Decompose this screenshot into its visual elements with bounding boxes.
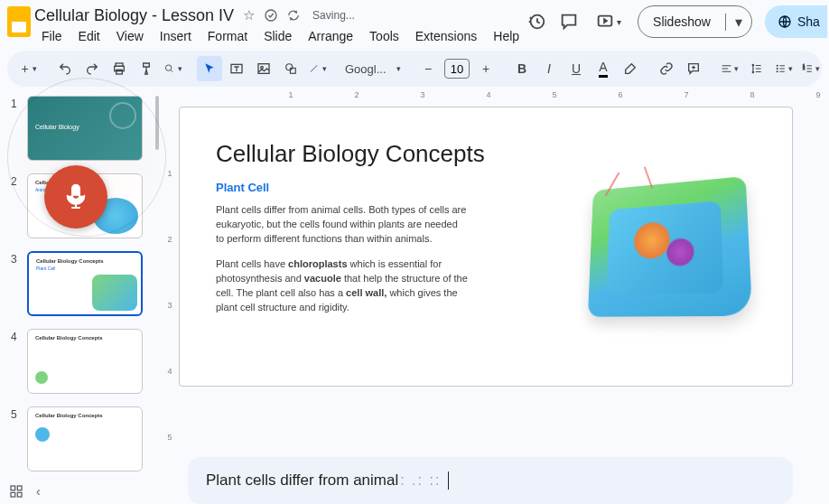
add-comment-button[interactable] (681, 56, 706, 81)
slide-thumb-1[interactable]: Cellular Biology (27, 96, 143, 161)
collapse-panel-icon[interactable]: ‹ (36, 484, 41, 499)
main-area: 1 Cellular Biology 2 Cellular Biology Co… (0, 87, 829, 504)
underline-button[interactable]: U (564, 56, 589, 81)
menu-insert[interactable]: Insert (153, 27, 199, 45)
svg-point-11 (286, 64, 293, 70)
grid-view-icon[interactable] (9, 484, 23, 499)
font-size-decrease[interactable]: − (415, 56, 441, 81)
menu-edit[interactable]: Edit (71, 27, 107, 45)
bold-button[interactable]: B (509, 56, 535, 81)
slide-paragraph-1[interactable]: Plant cells differ from animal cells. Bo… (216, 203, 469, 247)
slide-panel: 1 Cellular Biology 2 Cellular Biology Co… (0, 87, 161, 504)
save-status: Saving... (312, 9, 355, 22)
menu-file[interactable]: File (34, 27, 70, 45)
italic-button[interactable]: I (536, 56, 562, 81)
svg-rect-21 (17, 492, 22, 497)
caption-cursor (448, 471, 449, 490)
line-spacing-button[interactable] (744, 56, 769, 81)
highlight-button[interactable] (618, 56, 643, 81)
move-icon[interactable] (264, 8, 278, 23)
thumb-number: 4 (11, 329, 20, 343)
caption-text: Plant cells differ from animal (206, 471, 398, 490)
redo-button[interactable] (79, 56, 105, 81)
thumb-number: 2 (11, 173, 20, 188)
more-tools-button[interactable]: ⋮ (825, 56, 829, 81)
header-right: ▾ Slideshow ▾ Sha (526, 5, 827, 38)
shape-tool[interactable] (278, 56, 303, 81)
thumb-number: 1 (11, 96, 20, 110)
slide-thumb-3[interactable]: Cellular Biology ConceptsPlant Cell (27, 251, 143, 316)
text-color-button[interactable]: A (591, 56, 616, 81)
slide-thumb-5[interactable]: Cellular Biology Concepts (27, 406, 143, 471)
svg-rect-20 (11, 492, 15, 497)
align-button[interactable]: ▾ (717, 56, 742, 81)
caption-bar[interactable]: Plant cells differ from animal : .: :: (188, 457, 793, 504)
cloud-status-icon[interactable] (287, 9, 300, 22)
svg-rect-18 (11, 486, 15, 490)
menu-bar: File Edit View Insert Format Slide Arran… (34, 27, 526, 45)
paint-format-button[interactable] (134, 56, 159, 81)
svg-point-10 (261, 66, 264, 69)
globe-icon (778, 14, 792, 29)
star-icon[interactable]: ☆ (243, 7, 255, 23)
slide-thumb-4[interactable]: Cellular Biology Concepts (27, 329, 143, 394)
new-slide-button[interactable]: +▾ (16, 56, 42, 81)
menu-slide[interactable]: Slide (256, 27, 299, 45)
voice-input-button[interactable] (44, 165, 107, 229)
menu-format[interactable]: Format (200, 27, 255, 45)
comment-icon[interactable] (559, 12, 579, 32)
menu-tools[interactable]: Tools (362, 27, 406, 45)
menu-extensions[interactable]: Extensions (408, 27, 484, 45)
numbered-list-button[interactable]: 12▾ (798, 56, 824, 81)
image-tool[interactable] (251, 56, 276, 81)
thumb-number: 5 (11, 406, 20, 421)
svg-point-15 (777, 71, 778, 72)
canvas-area[interactable]: Cellular Biology Concepts Plant Cell Pla… (179, 103, 822, 448)
svg-rect-12 (290, 68, 295, 73)
svg-rect-19 (17, 486, 22, 490)
font-size-input[interactable] (444, 59, 470, 79)
history-icon[interactable] (526, 12, 546, 32)
header: Cellular Biology - Lesson IV ☆ Saving...… (0, 0, 829, 47)
slide-canvas[interactable]: Cellular Biology Concepts Plant Cell Pla… (179, 107, 793, 387)
panel-scrollbar[interactable] (155, 96, 159, 150)
line-tool[interactable]: ▾ (305, 56, 331, 81)
font-size-increase[interactable]: + (473, 56, 498, 81)
present-icon[interactable]: ▾ (591, 12, 625, 32)
svg-point-7 (165, 65, 171, 70)
undo-button[interactable] (52, 56, 78, 81)
font-size-control: − + (415, 56, 498, 81)
thumb-number: 3 (11, 251, 20, 266)
slideshow-main[interactable]: Slideshow (638, 14, 725, 29)
ruler-vertical: 1 2 3 4 5 (161, 87, 179, 504)
link-button[interactable] (654, 56, 679, 81)
caption-pending: : .: :: (400, 472, 441, 489)
svg-point-14 (777, 68, 778, 69)
menu-help[interactable]: Help (486, 27, 526, 45)
bulleted-list-button[interactable]: ▾ (771, 56, 796, 81)
select-tool[interactable] (197, 56, 222, 81)
font-family-select[interactable]: Googl...▾ (341, 56, 405, 81)
share-button[interactable]: Sha (765, 5, 827, 38)
menu-view[interactable]: View (109, 27, 151, 45)
svg-point-13 (777, 65, 778, 66)
slideshow-button: Slideshow ▾ (638, 5, 752, 38)
menu-arrange[interactable]: Arrange (301, 27, 360, 45)
share-label: Sha (797, 14, 820, 29)
document-title[interactable]: Cellular Biology - Lesson IV (34, 6, 234, 25)
textbox-tool[interactable] (224, 56, 249, 81)
bottom-bar: ‹ (9, 484, 41, 499)
app-logo[interactable] (7, 5, 31, 38)
canvas-wrap: 1 2 3 4 5 6 7 8 9 Cellular Biology Conce… (179, 87, 829, 504)
title-area: Cellular Biology - Lesson IV ☆ Saving...… (34, 5, 526, 45)
microphone-icon (61, 182, 90, 211)
plant-cell-image[interactable] (575, 162, 765, 342)
slideshow-dropdown[interactable]: ▾ (725, 14, 751, 31)
svg-point-0 (265, 10, 276, 21)
svg-text:2: 2 (803, 67, 805, 70)
slide-paragraph-2[interactable]: Plant cells have chloroplasts which is e… (216, 257, 469, 315)
print-button[interactable] (107, 56, 132, 81)
toolbar: +▾ ▾ ▾ Googl...▾ − + B I U A ▾ ▾ 12▾ ⋮ (7, 51, 822, 87)
ruler-horizontal: 1 2 3 4 5 6 7 8 9 (179, 87, 822, 103)
zoom-button[interactable]: ▾ (161, 56, 186, 81)
